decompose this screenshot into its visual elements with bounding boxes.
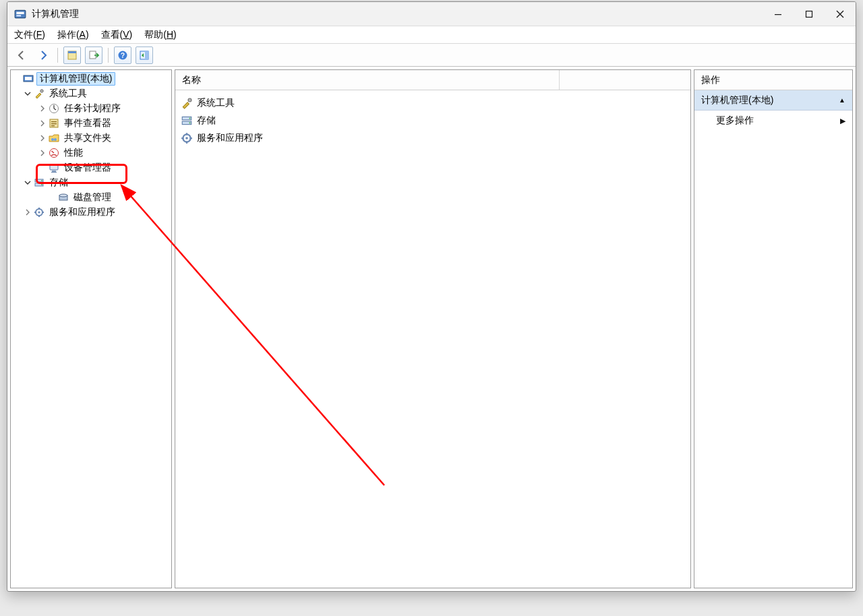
menu-view[interactable]: 查看(V) — [101, 29, 133, 41]
expander-closed-icon[interactable] — [38, 148, 47, 158]
list-item[interactable]: 存储 — [178, 112, 688, 129]
performance-icon — [49, 148, 59, 158]
expander-open-icon[interactable] — [23, 89, 32, 98]
tools-icon — [181, 97, 193, 109]
tree[interactable]: 计算机管理(本地) 系统工具 任务计划程序 事件查看器 — [11, 70, 171, 221]
actions-header: 操作 — [694, 70, 852, 90]
show-hide-actions-button[interactable] — [136, 47, 153, 64]
expander-closed-icon[interactable] — [38, 119, 47, 128]
tree-storage[interactable]: 存储 — [11, 175, 171, 190]
tree-services-apps[interactable]: 服务和应用程序 — [11, 205, 171, 220]
tree-label: 磁盘管理 — [73, 191, 111, 202]
tree-root[interactable]: 计算机管理(本地) — [11, 71, 171, 86]
svg-rect-2 — [16, 15, 21, 16]
actions-more[interactable]: 更多操作 ▶ — [694, 111, 852, 131]
svg-rect-11 — [145, 51, 148, 59]
expander-none — [38, 163, 47, 173]
tools-icon — [34, 88, 44, 99]
tree-label: 服务和应用程序 — [49, 206, 115, 217]
list-item[interactable]: 系统工具 — [178, 94, 688, 112]
svg-rect-4 — [806, 11, 812, 17]
device-manager-icon — [49, 162, 59, 173]
tree-performance[interactable]: 性能 — [11, 146, 171, 160]
window-title: 计算机管理 — [32, 8, 79, 20]
body: 计算机管理(本地) 系统工具 任务计划程序 事件查看器 — [7, 67, 856, 591]
tree-device-manager[interactable]: 设备管理器 — [11, 160, 171, 175]
computer-management-window: 计算机管理 文件(F) 操作(A) 查看(V) 帮助(H) — [7, 1, 856, 592]
column-header-label: 名称 — [182, 74, 201, 86]
collapse-icon: ▲ — [839, 96, 845, 104]
tree-task-scheduler[interactable]: 任务计划程序 — [11, 101, 171, 116]
storage-icon — [181, 115, 193, 127]
maximize-button[interactable] — [794, 2, 825, 26]
list-header: 名称 — [175, 70, 690, 90]
svg-rect-1 — [16, 11, 24, 13]
svg-point-31 — [59, 194, 67, 197]
shared-folder-icon — [49, 133, 59, 144]
actions-more-label: 更多操作 — [716, 115, 754, 127]
svg-point-37 — [189, 118, 190, 119]
tree-label: 事件查看器 — [64, 117, 111, 128]
toolbar-separator — [57, 48, 58, 63]
expander-none — [12, 74, 22, 84]
tree-event-viewer[interactable]: 事件查看器 — [11, 116, 171, 131]
menu-action[interactable]: 操作(A) — [57, 29, 89, 41]
event-viewer-icon — [49, 118, 59, 129]
svg-point-34 — [188, 98, 191, 102]
svg-point-20 — [51, 138, 54, 141]
list-item[interactable]: 服务和应用程序 — [178, 129, 688, 147]
storage-icon — [34, 177, 44, 188]
menu-help[interactable]: 帮助(H) — [144, 29, 176, 41]
svg-point-40 — [185, 137, 188, 140]
nav-back-button[interactable] — [13, 47, 30, 64]
nav-forward-button[interactable] — [34, 47, 52, 64]
titlebar: 计算机管理 — [7, 2, 856, 26]
disk-icon — [58, 192, 69, 203]
help-button[interactable]: ? — [114, 47, 131, 64]
svg-point-28 — [41, 180, 42, 181]
tree-label: 系统工具 — [49, 88, 87, 98]
toolbar: ? — [7, 44, 856, 67]
computer-icon — [23, 73, 34, 84]
list-pane: 名称 系统工具 存储 服务和应用程序 — [175, 69, 691, 588]
svg-rect-6 — [68, 51, 76, 53]
svg-point-29 — [41, 184, 42, 185]
expander-none — [47, 193, 57, 202]
tree-label: 计算机管理(本地) — [40, 73, 112, 84]
services-icon — [181, 132, 193, 144]
svg-rect-18 — [51, 123, 57, 124]
list-item-label: 存储 — [197, 115, 216, 127]
menu-file[interactable]: 文件(F) — [14, 29, 45, 41]
column-header-name[interactable]: 名称 — [175, 70, 560, 90]
svg-point-38 — [189, 122, 190, 123]
app-icon — [14, 8, 26, 20]
list-body: 系统工具 存储 服务和应用程序 — [175, 90, 690, 151]
svg-rect-3 — [775, 14, 781, 15]
svg-rect-24 — [52, 171, 56, 172]
tree-label: 存储 — [49, 177, 68, 187]
actions-section[interactable]: 计算机管理(本地) ▲ — [694, 90, 852, 111]
tree-disk-management[interactable]: 磁盘管理 — [11, 190, 171, 205]
tree-label: 共享文件夹 — [64, 132, 111, 143]
list-item-label: 系统工具 — [197, 97, 235, 109]
tree-label: 性能 — [64, 147, 83, 158]
svg-rect-19 — [51, 125, 55, 126]
tree-pane: 计算机管理(本地) 系统工具 任务计划程序 事件查看器 — [10, 69, 172, 588]
expander-open-icon[interactable] — [23, 178, 32, 187]
actions-pane: 操作 计算机管理(本地) ▲ 更多操作 ▶ — [694, 69, 853, 588]
services-icon — [34, 207, 44, 218]
expander-closed-icon[interactable] — [38, 133, 47, 143]
tree-label: 任务计划程序 — [64, 102, 121, 113]
menubar: 文件(F) 操作(A) 查看(V) 帮助(H) — [7, 26, 856, 44]
properties-button[interactable] — [63, 47, 81, 64]
export-list-button[interactable] — [85, 47, 102, 64]
expander-closed-icon[interactable] — [38, 104, 47, 113]
tree-system-tools[interactable]: 系统工具 — [11, 86, 171, 101]
close-button[interactable] — [825, 2, 856, 26]
minimize-button[interactable] — [763, 2, 794, 26]
toolbar-separator — [108, 48, 109, 63]
svg-rect-13 — [25, 77, 32, 80]
expander-closed-icon[interactable] — [23, 208, 32, 217]
svg-text:?: ? — [121, 52, 125, 59]
tree-shared-folders[interactable]: 共享文件夹 — [11, 131, 171, 146]
